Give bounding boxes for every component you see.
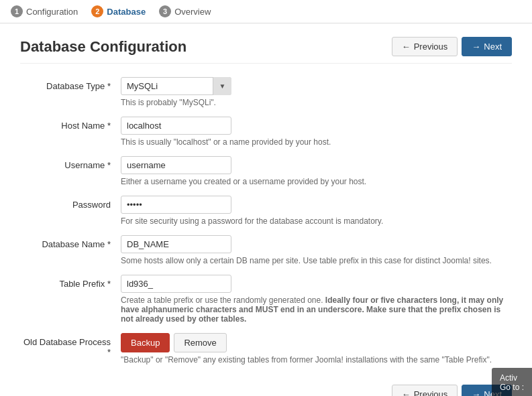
main-content: Database Configuration ← Previous → Next…: [0, 23, 532, 396]
table-prefix-hint-normal: Create a table prefix or use the randoml…: [121, 295, 325, 305]
arrow-right-icon-bottom: →: [472, 389, 480, 396]
database-name-wrap: Some hosts allow only a certain DB name …: [121, 235, 512, 265]
steps-nav: 1 Configuration 2 Database 3 Overview: [0, 0, 532, 23]
next-button-top[interactable]: → Next: [462, 37, 512, 56]
step-badge-3: 3: [159, 5, 171, 17]
password-input[interactable]: [121, 196, 231, 214]
step-database[interactable]: 2 Database: [91, 5, 146, 17]
step-badge-1: 1: [11, 5, 23, 17]
database-name-row: Database Name * Some hosts allow only a …: [20, 235, 512, 265]
database-type-row: Database Type * MySQLi MySQL (PDO) Postg…: [20, 77, 512, 107]
password-wrap: For site security using a password for t…: [121, 196, 512, 226]
database-type-select[interactable]: MySQLi MySQL (PDO) PostgreSQL: [121, 77, 231, 95]
database-name-input[interactable]: [121, 235, 231, 253]
arrow-left-icon-bottom: ←: [402, 389, 411, 396]
host-name-row: Host Name * This is usually "localhost" …: [20, 117, 512, 147]
old-database-hint: "Backup" or "Remove" any existing tables…: [121, 355, 512, 365]
password-label: Password: [20, 196, 121, 210]
username-row: Username * Either a username you created…: [20, 156, 512, 186]
username-label: Username *: [20, 156, 121, 170]
database-type-hint: This is probably "MySQLi".: [121, 98, 512, 107]
page-header: Database Configuration ← Previous → Next: [20, 37, 512, 64]
previous-button-bottom[interactable]: ← Previous: [392, 385, 458, 396]
header-btn-group: ← Previous → Next: [392, 37, 512, 56]
activating-subtext: Go to :: [500, 383, 524, 392]
database-type-label: Database Type *: [20, 77, 121, 91]
backup-label: Backup: [131, 338, 160, 348]
host-name-input[interactable]: [121, 117, 231, 135]
previous-label-top: Previous: [414, 42, 448, 52]
step-label-database: Database: [107, 7, 146, 17]
database-form: Database Type * MySQLi MySQL (PDO) Postg…: [20, 77, 512, 365]
old-database-row: Old Database Process * Backup Remove "Ba…: [20, 333, 512, 365]
step-configuration[interactable]: 1 Configuration: [11, 5, 78, 17]
previous-button-top[interactable]: ← Previous: [392, 37, 458, 56]
activating-panel: Activ Go to :: [492, 368, 532, 396]
remove-label: Remove: [184, 338, 216, 348]
backup-button[interactable]: Backup: [121, 333, 170, 352]
arrow-right-icon-top: →: [472, 42, 480, 52]
table-prefix-hint: Create a table prefix or use the randoml…: [121, 295, 512, 324]
database-name-hint: Some hosts allow only a certain DB name …: [121, 256, 512, 265]
table-prefix-row: Table Prefix * Create a table prefix or …: [20, 275, 512, 324]
page-title: Database Configuration: [20, 38, 187, 56]
bottom-nav: ← Previous → Next: [20, 378, 512, 396]
password-hint: For site security using a password for t…: [121, 216, 512, 226]
step-label-configuration: Configuration: [26, 7, 78, 17]
username-wrap: Either a username you created or a usern…: [121, 156, 512, 186]
database-name-label: Database Name *: [20, 235, 121, 249]
host-name-wrap: This is usually "localhost" or a name pr…: [121, 117, 512, 147]
previous-label-bottom: Previous: [414, 389, 448, 396]
activating-text: Activ: [500, 373, 524, 383]
table-prefix-wrap: Create a table prefix or use the randoml…: [121, 275, 512, 324]
old-database-label: Old Database Process *: [20, 333, 121, 357]
old-database-wrap: Backup Remove "Backup" or "Remove" any e…: [121, 333, 512, 365]
table-prefix-label: Table Prefix *: [20, 275, 121, 289]
remove-button[interactable]: Remove: [174, 333, 226, 352]
host-name-hint: This is usually "localhost" or a name pr…: [121, 137, 512, 147]
step-label-overview: Overview: [174, 7, 211, 17]
table-prefix-input[interactable]: [121, 275, 231, 293]
database-type-wrap: MySQLi MySQL (PDO) PostgreSQL ▼ This is …: [121, 77, 512, 107]
username-hint: Either a username you created or a usern…: [121, 177, 512, 186]
step-badge-2: 2: [91, 5, 103, 17]
old-db-buttons-group: Backup Remove: [121, 333, 512, 352]
arrow-left-icon-top: ←: [402, 42, 411, 52]
host-name-label: Host Name *: [20, 117, 121, 131]
username-input[interactable]: [121, 156, 231, 174]
database-type-select-wrapper: MySQLi MySQL (PDO) PostgreSQL ▼: [121, 77, 231, 95]
step-overview[interactable]: 3 Overview: [159, 5, 211, 17]
next-label-top: Next: [484, 42, 502, 52]
password-row: Password For site security using a passw…: [20, 196, 512, 226]
